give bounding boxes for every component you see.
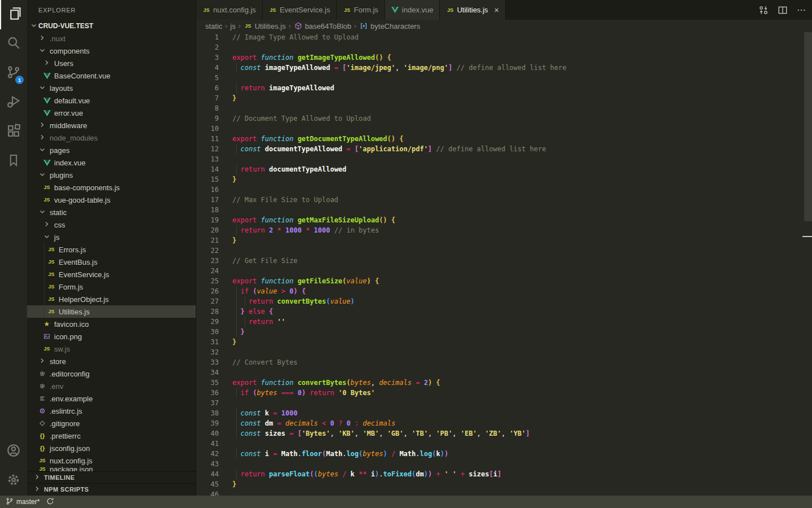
code-editor[interactable]: 1// Image Type Allowed to Upload23export… <box>196 32 812 496</box>
close-icon[interactable]: × <box>494 6 498 14</box>
bookmark-icon <box>7 154 20 169</box>
breadcrumb-Utilities.js[interactable]: JSUtilities.js <box>244 22 286 30</box>
activity-extensions[interactable] <box>0 117 27 147</box>
tree-item-vue-good-table.js[interactable]: JSvue-good-table.js <box>27 194 196 206</box>
code-line: 13 <box>196 154 812 164</box>
vue-file-icon <box>42 110 51 116</box>
tree-item-BaseContent.vue[interactable]: BaseContent.vue <box>27 69 196 82</box>
activity-search[interactable] <box>0 29 27 59</box>
tree-item-EventBus.js[interactable]: JSEventBus.js <box>27 256 196 268</box>
breadcrumb-base64ToBlob[interactable]: base64ToBlob <box>294 22 351 30</box>
tree-item-index.vue[interactable]: index.vue <box>27 156 196 169</box>
vue-file-icon <box>42 98 51 104</box>
breadcrumb-byteCharacters[interactable]: byteCharacters <box>359 22 420 30</box>
breadcrumb-static[interactable]: static <box>205 22 222 30</box>
tree-item-.gitignore[interactable]: .gitignore <box>27 417 196 430</box>
line-number: 37 <box>196 398 219 408</box>
line-number: 26 <box>196 286 219 296</box>
tree-item-static[interactable]: static <box>27 206 196 218</box>
activity-account[interactable] <box>0 437 27 466</box>
tree-item-Users[interactable]: Users <box>27 57 196 69</box>
tree-item-label: store <box>50 357 66 366</box>
tree-item-css[interactable]: css <box>27 218 196 231</box>
code-line: 44 return parseFloat((bytes / k ** i).to… <box>196 469 812 479</box>
tree-item-label: .gitignore <box>50 419 80 428</box>
tab-Utilities.js[interactable]: JSUtilities.js× <box>440 0 505 20</box>
tree-item-default.vue[interactable]: default.vue <box>27 94 196 107</box>
chevron-right-icon <box>33 472 42 483</box>
js-file-icon: JS <box>446 7 454 13</box>
tree-root-folder[interactable]: CRUD-VUE.TEST <box>27 20 196 32</box>
tree-item-Form.js[interactable]: JSForm.js <box>27 281 196 293</box>
tree-item-.prettierrc[interactable]: {}.prettierrc <box>27 430 196 442</box>
code-line: 20 return 2 * 1000 * 1000 // in bytes <box>196 225 812 235</box>
editor-scrollbar[interactable] <box>804 32 812 221</box>
breadcrumb-js[interactable]: js <box>230 22 235 30</box>
activity-settings[interactable] <box>0 466 27 496</box>
tree-item-.editorconfig[interactable]: .editorconfig <box>27 367 196 380</box>
tree-item-EventService.js[interactable]: JSEventService.js <box>27 268 196 281</box>
chevron-down-icon <box>38 145 47 156</box>
activity-run-debug[interactable] <box>0 88 27 117</box>
activity-source-control[interactable]: 1 <box>0 59 27 88</box>
indent-guide <box>44 268 45 281</box>
more-actions-icon[interactable]: ⋯ <box>797 5 806 15</box>
indent-guide <box>44 305 45 318</box>
tree-item-.nuxt[interactable]: .nuxt <box>27 32 196 45</box>
chevron-right-icon <box>42 58 51 69</box>
tree-item-plugins[interactable]: plugins <box>27 169 196 181</box>
tree-item-Utilities.js[interactable]: JSUtilities.js <box>27 305 196 318</box>
tree-item-error.vue[interactable]: error.vue <box>27 107 196 119</box>
eslint-file-icon <box>38 408 47 414</box>
section-npm-scripts[interactable]: NPM SCRIPTS <box>27 483 196 495</box>
tree-item-base-components.js[interactable]: JSbase-components.js <box>27 181 196 194</box>
tree-item-jsconfig.json[interactable]: {}jsconfig.json <box>27 442 196 454</box>
code-line: 16 <box>196 185 812 195</box>
tree-item-HelperObject.js[interactable]: JSHelperObject.js <box>27 293 196 305</box>
tab-index.vue[interactable]: index.vue <box>385 0 440 20</box>
tree-item-.env[interactable]: .env <box>27 380 196 392</box>
line-number: 14 <box>196 164 219 174</box>
tree-item-middleware[interactable]: middleware <box>27 119 196 132</box>
overview-ruler-cursor-mark <box>802 236 812 237</box>
tree-item-components[interactable]: components <box>27 45 196 57</box>
vue-file-icon <box>42 73 51 79</box>
tree-item-icon.png[interactable]: icon.png <box>27 330 196 343</box>
code-line: 42 const i = Math.floor(Math.log(bytes) … <box>196 449 812 459</box>
tab-Form.js[interactable]: JSForm.js <box>337 0 385 20</box>
tree-item-node_modules[interactable]: node_modules <box>27 132 196 144</box>
chevron-down-icon <box>38 207 47 218</box>
activity-bookmarks[interactable] <box>0 147 27 176</box>
git-branch-status[interactable]: master* <box>6 497 39 507</box>
tree-item-label: index.vue <box>54 159 86 167</box>
code-line: 23// Get File Size <box>196 256 812 266</box>
git-branch-icon <box>6 497 14 507</box>
tree-item-label: node_modules <box>50 134 98 142</box>
code-line: 4 const imageTypeAllowed = ['image/jpeg'… <box>196 63 812 73</box>
code-line: 39 const dm = decimals < 0 ? 0 : decimal… <box>196 418 812 428</box>
split-editor-icon[interactable] <box>778 5 788 15</box>
code-line: 11export function getDocumentTypeAllowed… <box>196 134 812 144</box>
line-number: 7 <box>196 93 219 103</box>
tree-item-layouts[interactable]: layouts <box>27 82 196 94</box>
section-timeline[interactable]: TIMELINE <box>27 471 196 483</box>
tab-EventService.js[interactable]: JSEventService.js <box>263 0 337 20</box>
gear-file-icon <box>38 383 47 389</box>
line-number: 31 <box>196 337 219 347</box>
tree-item-pages[interactable]: pages <box>27 144 196 156</box>
tree-item-.eslintrc.js[interactable]: .eslintrc.js <box>27 405 196 417</box>
tree-item-Errors.js[interactable]: JSErrors.js <box>27 243 196 256</box>
tree-item-sw.js[interactable]: JSsw.js <box>27 343 196 355</box>
line-number: 13 <box>196 154 219 164</box>
tree-item-store[interactable]: store <box>27 355 196 367</box>
tab-nuxt.config.js[interactable]: JSnuxt.config.js <box>196 0 263 20</box>
tree-item-favicon.ico[interactable]: ★favicon.ico <box>27 318 196 330</box>
line-number: 1 <box>196 32 219 42</box>
tree-item-package.json[interactable]: JSpackage.json <box>27 467 196 471</box>
activity-explorer[interactable] <box>0 0 27 29</box>
tree-item-js[interactable]: js <box>27 231 196 243</box>
open-changes-icon[interactable] <box>758 5 769 15</box>
sync-status[interactable] <box>46 497 54 507</box>
tree-item-nuxt.config.js[interactable]: JSnuxt.config.js <box>27 454 196 467</box>
tree-item-.env.example[interactable]: .env.example <box>27 392 196 405</box>
